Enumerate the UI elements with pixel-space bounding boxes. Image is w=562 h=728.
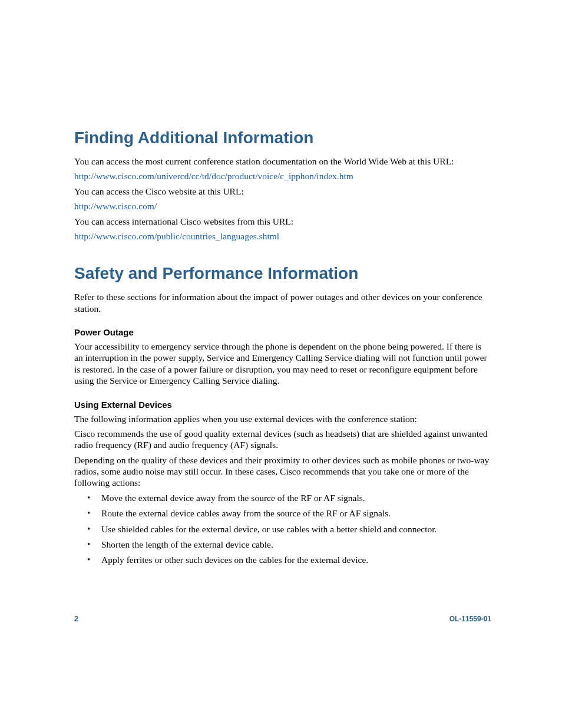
link-documentation[interactable]: http://www.cisco.com/univercd/cc/td/doc/… <box>74 170 491 182</box>
link-international[interactable]: http://www.cisco.com/public/countries_la… <box>74 230 491 242</box>
heading-safety-info: Safety and Performance Information <box>74 264 491 283</box>
document-id: OL-11559-01 <box>449 615 491 623</box>
page-number: 2 <box>74 614 78 623</box>
body-text: Cisco recommends the use of good quality… <box>74 428 491 451</box>
subheading-external-devices: Using External Devices <box>74 400 491 410</box>
heading-finding-info: Finding Additional Information <box>74 129 491 147</box>
body-text: You can access international Cisco websi… <box>74 216 491 227</box>
body-text: Refer to these sections for information … <box>74 291 491 314</box>
document-page: Finding Additional Information You can a… <box>0 0 562 728</box>
body-text: You can access the most current conferen… <box>74 156 491 167</box>
body-text: The following information applies when y… <box>74 413 491 424</box>
link-cisco-home[interactable]: http://www.cisco.com/ <box>74 200 491 212</box>
body-text: Depending on the quality of these device… <box>74 454 491 489</box>
list-item: Use shielded cables for the external dev… <box>74 523 491 535</box>
body-text: Your accessibility to emergency service … <box>74 341 491 387</box>
bullet-list: Move the external device away from the s… <box>74 492 491 566</box>
subheading-power-outage: Power Outage <box>74 327 491 337</box>
body-text: You can access the Cisco website at this… <box>74 186 491 197</box>
list-item: Shorten the length of the external devic… <box>74 539 491 550</box>
list-item: Move the external device away from the s… <box>74 492 491 503</box>
list-item: Route the external device cables away fr… <box>74 508 491 519</box>
page-footer: 2 OL-11559-01 <box>74 614 491 623</box>
list-item: Apply ferrites or other such devices on … <box>74 554 491 565</box>
